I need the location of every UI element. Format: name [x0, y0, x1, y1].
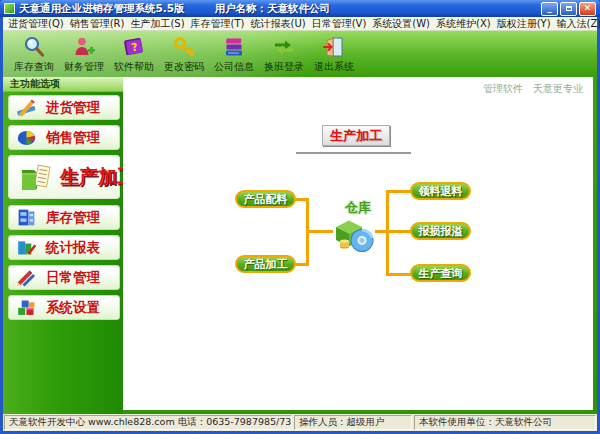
title-underline: [296, 152, 411, 154]
blocks-icon: [16, 297, 37, 318]
sidebar-item-label: 库存管理: [46, 209, 100, 227]
status-company: 本软件使用单位：天意软件公司: [414, 415, 596, 430]
menu-settings[interactable]: 系统设置(W): [369, 17, 433, 31]
sidebar-item-label: 进货管理: [46, 99, 100, 117]
sidebar-item-reports[interactable]: 统计报表: [8, 235, 120, 260]
minimize-button[interactable]: _: [541, 2, 558, 16]
finance-person-icon: [72, 35, 96, 59]
toolbar-help[interactable]: ? 软件帮助: [109, 31, 159, 77]
menu-maintenance[interactable]: 系统维护(X): [433, 17, 494, 31]
restore-button[interactable]: [560, 2, 577, 16]
menu-ime[interactable]: 输入法(Z): [554, 17, 600, 31]
menu-stock[interactable]: 库存管理(T): [188, 17, 248, 31]
sidebar-item-settings[interactable]: 系统设置: [8, 295, 120, 320]
menu-reports[interactable]: 统计报表(U): [248, 17, 309, 31]
pencil-ruler-icon: [16, 97, 37, 118]
toolbar-label: 更改密码: [164, 60, 204, 74]
body-frame: 主功能选项 进货管理 销售管理: [3, 77, 597, 414]
sidebar-item-label: 销售管理: [46, 129, 100, 147]
sidebar-item-label: 日常管理: [46, 269, 100, 287]
page-title: 生产加工: [322, 125, 390, 146]
connector-line: [386, 273, 411, 276]
titlebar: 天意通用企业进销存管理系统5.5版 用户名称：天意软件公司 _ ✕: [0, 0, 600, 17]
menu-daily[interactable]: 日常管理(V): [309, 17, 370, 31]
menu-production[interactable]: 生产加工(S): [127, 17, 187, 31]
toolbar-label: 库存查询: [14, 60, 54, 74]
close-button[interactable]: ✕: [579, 2, 596, 16]
connector-line: [306, 230, 333, 233]
node-product-ingredients[interactable]: 产品配料: [235, 190, 296, 208]
warehouse-label: 仓库: [326, 199, 390, 217]
main-content: 管理软件 天意更专业 生产加工 产品配料 产品加工 领料退料 报损报溢 生产查询…: [123, 77, 593, 410]
sidebar-item-label: 系统设置: [46, 299, 100, 317]
app-window: 天意通用企业进销存管理系统5.5版 用户名称：天意软件公司 _ ✕ 进货管理(Q…: [0, 0, 600, 434]
books-stack-icon: [222, 35, 246, 59]
toolbar-label: 公司信息: [214, 60, 254, 74]
restore-icon: [566, 6, 572, 11]
watermark-slogan: 管理软件 天意更专业: [483, 82, 583, 96]
node-loss-overflow[interactable]: 报损报溢: [410, 222, 471, 240]
toolbar-label: 软件帮助: [114, 60, 154, 74]
toolbar-exit[interactable]: 退出系统: [309, 31, 359, 77]
report-books-icon: [16, 237, 37, 258]
magnifier-icon: [22, 35, 46, 59]
exit-door-icon: [322, 35, 346, 59]
sidebar-item-purchase[interactable]: 进货管理: [8, 95, 120, 120]
warehouse-cube-cd-icon: [331, 216, 377, 256]
pie-chart-icon: [16, 127, 37, 148]
sidebar-item-production[interactable]: 生产加工: [8, 155, 120, 199]
sidebar-item-sales[interactable]: 销售管理: [8, 125, 120, 150]
app-icon: [4, 3, 15, 14]
statusbar: 天意软件开发中心 www.chle828.com 电话：0635-7987985…: [3, 414, 597, 431]
toolbar-shift-login[interactable]: 换班登录: [259, 31, 309, 77]
window-user-label: 用户名称：天意软件公司: [215, 2, 331, 16]
folder-doc-icon: [19, 160, 53, 194]
node-material-requisition[interactable]: 领料退料: [410, 182, 471, 200]
toolbar-company-info[interactable]: 公司信息: [209, 31, 259, 77]
shift-swap-icon: [272, 35, 296, 59]
key-icon: [172, 35, 196, 59]
help-book-icon: ?: [122, 35, 146, 59]
toolbar-stock-query[interactable]: 库存查询: [9, 31, 59, 77]
menu-sales[interactable]: 销售管理(R): [67, 17, 128, 31]
toolbar-label: 财务管理: [64, 60, 104, 74]
sidebar-item-stock[interactable]: 库存管理: [8, 205, 120, 230]
menu-register[interactable]: 版权注册(Y): [494, 17, 554, 31]
cabinet-icon: [16, 207, 37, 228]
menubar: 进货管理(Q) 销售管理(R) 生产加工(S) 库存管理(T) 统计报表(U) …: [3, 17, 597, 31]
toolbar-change-password[interactable]: 更改密码: [159, 31, 209, 77]
connector-line: [386, 230, 411, 233]
connector-line: [386, 190, 411, 193]
toolbar-label: 退出系统: [314, 60, 354, 74]
node-product-processing[interactable]: 产品加工: [235, 255, 296, 273]
sidebar-item-label: 统计报表: [46, 239, 100, 257]
window-title: 天意通用企业进销存管理系统5.5版: [19, 2, 185, 16]
toolbar: 库存查询 财务管理 ? 软件帮助 更改密码 公司信息: [3, 31, 597, 77]
sidebar-item-daily[interactable]: 日常管理: [8, 265, 120, 290]
sidebar-header: 主功能选项: [3, 77, 123, 92]
pens-icon: [16, 267, 37, 288]
menu-purchase[interactable]: 进货管理(Q): [5, 17, 67, 31]
toolbar-finance[interactable]: 财务管理: [59, 31, 109, 77]
sidebar: 主功能选项 进货管理 销售管理: [3, 77, 123, 414]
status-operator: 操作人员：超级用户: [294, 415, 412, 430]
node-production-query[interactable]: 生产查询: [410, 264, 471, 282]
status-developer: 天意软件开发中心 www.chle828.com 电话：0635-7987985…: [4, 415, 292, 430]
sidebar-items: 进货管理 销售管理 生产加工: [3, 92, 123, 320]
toolbar-label: 换班登录: [264, 60, 304, 74]
